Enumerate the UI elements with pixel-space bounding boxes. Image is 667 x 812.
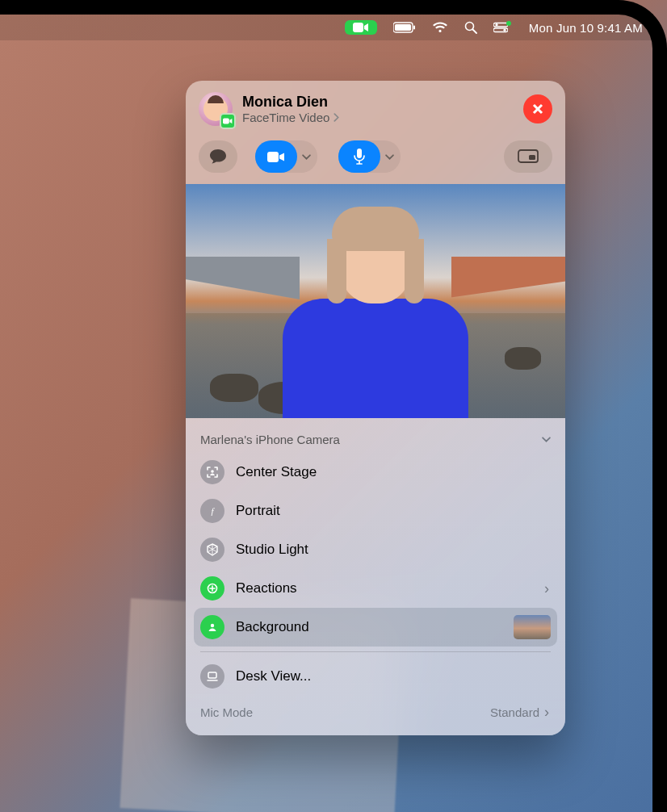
mic-toggle-button[interactable] xyxy=(338,140,380,173)
option-studio-light[interactable]: Studio Light xyxy=(186,530,565,569)
wifi-icon[interactable] xyxy=(432,22,448,33)
video-icon xyxy=(267,151,285,163)
svg-rect-12 xyxy=(357,149,362,158)
mic-mode-value: Standard xyxy=(490,705,539,719)
divider xyxy=(200,651,551,652)
video-preview xyxy=(186,184,565,418)
desk-view-icon xyxy=(200,664,224,689)
option-desk-view[interactable]: Desk View... xyxy=(186,657,565,696)
background-thumbnail xyxy=(514,615,551,639)
control-center-icon[interactable] xyxy=(493,22,513,33)
facetime-menu-panel: Monica Dien FaceTime Video xyxy=(186,81,565,735)
option-label: Reactions xyxy=(236,580,297,596)
microphone-icon xyxy=(354,149,365,165)
svg-rect-0 xyxy=(353,23,363,32)
control-row xyxy=(186,134,565,184)
battery-icon[interactable] xyxy=(393,22,416,33)
chevron-right-icon xyxy=(332,113,341,122)
share-screen-button[interactable] xyxy=(504,140,552,173)
chevron-down-icon[interactable] xyxy=(385,153,394,161)
background-icon xyxy=(200,615,224,639)
svg-rect-14 xyxy=(529,155,535,160)
menu-datetime[interactable]: Mon Jun 10 9:41 AM xyxy=(529,21,643,35)
facetime-active-pill[interactable] xyxy=(345,20,377,35)
chevron-right-icon: › xyxy=(544,704,551,721)
caller-info[interactable]: Monica Dien FaceTime Video xyxy=(242,94,514,124)
camera-source-dropdown[interactable]: Marlena's iPhone Camera xyxy=(186,426,565,453)
video-toggle-button[interactable] xyxy=(255,140,297,173)
caller-avatar[interactable] xyxy=(199,92,233,126)
chevron-down-icon[interactable] xyxy=(302,153,311,161)
screen-share-icon xyxy=(518,149,539,164)
facetime-badge-icon xyxy=(220,113,236,129)
close-icon xyxy=(531,103,544,115)
reactions-icon xyxy=(200,576,224,601)
svg-rect-10 xyxy=(223,118,229,123)
studio-light-icon xyxy=(200,538,224,562)
option-label: Background xyxy=(236,619,309,635)
camera-source-label: Marlena's iPhone Camera xyxy=(200,433,340,446)
caller-subtitle-text: FaceTime Video xyxy=(242,111,329,124)
messages-button[interactable] xyxy=(199,140,237,173)
svg-point-7 xyxy=(495,23,497,26)
video-options: Marlena's iPhone Camera Center Stage f P… xyxy=(186,418,565,735)
svg-point-20 xyxy=(211,624,214,627)
portrait-icon: f xyxy=(200,499,224,523)
svg-point-9 xyxy=(503,29,505,31)
option-label: Desk View... xyxy=(236,668,311,684)
svg-rect-21 xyxy=(208,672,216,678)
chevron-down-icon xyxy=(542,435,551,444)
video-toggle-group xyxy=(255,140,317,173)
caller-subtitle: FaceTime Video xyxy=(242,111,514,124)
center-stage-icon xyxy=(200,460,224,484)
option-label: Portrait xyxy=(236,503,280,519)
svg-line-5 xyxy=(472,30,476,34)
svg-point-15 xyxy=(211,470,214,473)
option-label: Studio Light xyxy=(236,542,308,558)
menu-bar: Mon Jun 10 9:41 AM xyxy=(0,15,652,40)
option-label: Center Stage xyxy=(236,464,317,480)
chevron-right-icon: › xyxy=(544,580,551,597)
mic-toggle-group xyxy=(338,140,401,173)
mic-mode-label: Mic Mode xyxy=(200,705,253,719)
svg-rect-3 xyxy=(413,26,415,30)
mic-mode-row[interactable]: Mic Mode Standard › xyxy=(186,696,565,727)
panel-header: Monica Dien FaceTime Video xyxy=(186,81,565,134)
caller-name: Monica Dien xyxy=(242,94,514,111)
option-center-stage[interactable]: Center Stage xyxy=(186,453,565,492)
option-reactions[interactable]: Reactions › xyxy=(186,569,565,608)
svg-rect-2 xyxy=(395,24,411,31)
close-button[interactable] xyxy=(523,94,552,123)
svg-rect-11 xyxy=(267,152,279,162)
option-portrait[interactable]: f Portrait xyxy=(186,492,565,530)
svg-text:f: f xyxy=(211,506,215,516)
option-background[interactable]: Background xyxy=(194,608,557,647)
spotlight-icon[interactable] xyxy=(464,21,477,34)
preview-person xyxy=(283,215,468,418)
speech-bubble-icon xyxy=(209,149,227,165)
